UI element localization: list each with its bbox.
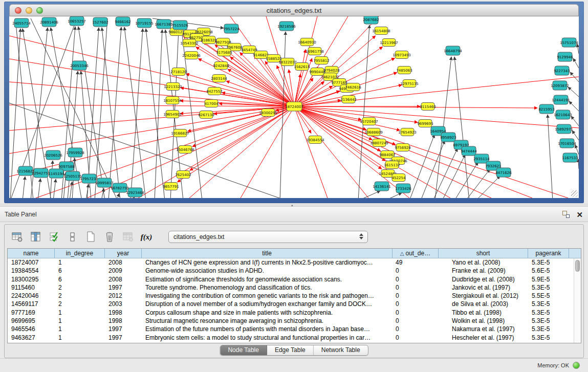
graph-node[interactable]: 8958923 [440,133,456,142]
graph-edge[interactable] [568,87,579,97]
graph-node[interactable]: 15751074 [560,38,578,47]
graph-node[interactable]: 9115460 [420,103,435,111]
graph-node[interactable]: 2803144 [211,75,227,82]
graph-edge[interactable] [569,101,579,111]
graph-node[interactable]: 18724007 [285,102,303,111]
graph-edge[interactable] [102,28,120,198]
graph-node[interactable]: 15892971 [555,124,573,134]
graph-node[interactable]: 2718120 [170,68,186,76]
close-panel-icon[interactable]: ✕ [576,211,583,218]
float-panel-icon[interactable] [562,211,570,218]
table-row[interactable]: 2242004622012Investigating the contribut… [8,292,574,300]
graph-edge[interactable] [138,106,294,198]
graph-edge[interactable] [53,179,56,198]
tab-node-table[interactable]: Node Table [220,345,267,355]
graph-node[interactable]: 8267130 [198,111,214,119]
column-header-short[interactable]: short [439,249,528,258]
table-row[interactable]: 911546021997Tourette syndrome. Phenomeno… [8,283,574,292]
graph-node[interactable]: 18807249 [370,139,388,147]
graph-node[interactable]: 12942757 [32,168,50,178]
graph-node[interactable]: 9857791 [163,183,179,190]
graph-node[interactable]: 10543302 [180,39,199,47]
graph-node[interactable]: 7955812 [313,57,329,64]
column-header-name[interactable]: name [8,249,55,258]
graph-edge[interactable] [577,44,579,54]
graph-node[interactable]: 9227343 [554,66,570,75]
graph-node[interactable]: 10653257 [68,16,86,26]
tab-network-table[interactable]: Network Table [314,345,368,355]
show-columns-icon[interactable] [30,231,41,243]
graph-edge[interactable] [9,106,294,154]
network-window-titlebar[interactable]: citations_edges.txt [9,4,579,16]
resize-grip[interactable] [571,190,578,197]
splitter-collapse-icon[interactable]: ▴ [291,203,293,207]
graph-node[interactable]: 22420046 [182,52,201,59]
graph-edge[interactable] [9,106,294,130]
graph-edge[interactable] [454,162,478,198]
graph-edge[interactable] [442,155,465,198]
graph-edge[interactable] [23,177,25,198]
graph-node[interactable]: 10973493 [393,51,411,59]
graph-node[interactable]: 1167533 [562,153,578,162]
table-row[interactable]: 1830029562008Estimation of significance … [8,275,574,283]
graph-node[interactable]: 19654903 [163,111,182,118]
graph-node[interactable]: 17654923 [398,128,417,136]
graph-node[interactable]: 452254 [392,174,406,182]
column-header-title[interactable]: title [142,249,393,258]
graph-node[interactable]: 20053346 [70,61,89,70]
column-header-in-degree[interactable]: in_degree [55,249,105,258]
graph-edge[interactable] [95,18,107,198]
graph-node[interactable]: 12444191 [552,95,570,104]
graph-node[interactable]: 16210643 [554,110,572,119]
graph-edge[interactable] [409,135,434,198]
graph-edge[interactable] [548,115,553,198]
memory-status-indicator[interactable] [573,362,580,369]
graph-edge[interactable] [38,179,40,198]
graph-node[interactable]: 12923468 [126,188,144,197]
rows-icon[interactable] [67,231,78,243]
function-builder-icon[interactable]: f(x) [141,231,152,243]
graph-node[interactable]: 16648794 [444,46,462,55]
graph-node[interactable]: 8186328 [201,36,216,44]
table-row[interactable]: 1872400712008Changes of HCN gene express… [8,258,574,267]
graph-edge[interactable] [117,193,119,198]
graph-node[interactable]: 17959928 [66,148,84,157]
graph-node[interactable]: 417004 [205,100,219,107]
graph-node[interactable]: 9990448 [309,68,325,76]
scrollbar-thumb[interactable] [575,260,580,272]
graph-edge[interactable] [130,29,143,198]
graph-edge[interactable] [214,106,294,114]
graph-node[interactable]: 1733426 [395,184,411,193]
graph-edge[interactable] [578,159,579,169]
graph-node[interactable]: 12093872 [551,81,569,90]
graph-node[interactable]: 1145194 [48,169,64,178]
graph-node[interactable]: 19384554 [306,136,324,144]
graph-node[interactable]: 9756928 [395,144,410,151]
delete-column-icon[interactable] [104,231,115,243]
tab-edge-table[interactable]: Edge Table [267,345,314,355]
graph-edge[interactable] [101,188,104,198]
graph-edge[interactable] [124,27,146,198]
graph-node[interactable]: 7485063 [396,67,412,74]
graph-node[interactable]: 12213323 [164,83,182,91]
graph-edge[interactable] [294,106,328,198]
graph-node[interactable]: 9129946 [557,52,573,61]
column-header-year[interactable]: year [105,249,142,258]
vertical-scrollbar[interactable] [574,258,581,343]
graph-edge[interactable] [241,106,294,198]
graph-node[interactable]: 16154808 [372,27,390,35]
table-row[interactable]: 969969511998Structural magnetic resonanc… [8,317,574,325]
graph-node[interactable]: 9699695 [417,120,433,127]
graph-node[interactable]: 1527602 [92,17,108,27]
select-all-rows-icon[interactable] [49,231,60,243]
table-row[interactable]: 1938455462009Genome-wide association stu… [8,267,574,275]
table-row[interactable]: 946554611997Estimation of the future num… [8,325,574,333]
graph-node[interactable]: 19218586 [277,21,296,31]
graph-edge[interactable] [189,106,294,198]
graph-edge[interactable] [454,57,469,198]
network-canvas[interactable]: 9860123891295418226058982750910543302818… [9,16,579,198]
graph-node[interactable]: 8215953 [538,104,554,114]
graph-node[interactable]: 7625402 [175,171,191,179]
graph-node[interactable]: 12213967 [380,39,398,47]
graph-node[interactable]: 10688609 [364,128,383,136]
